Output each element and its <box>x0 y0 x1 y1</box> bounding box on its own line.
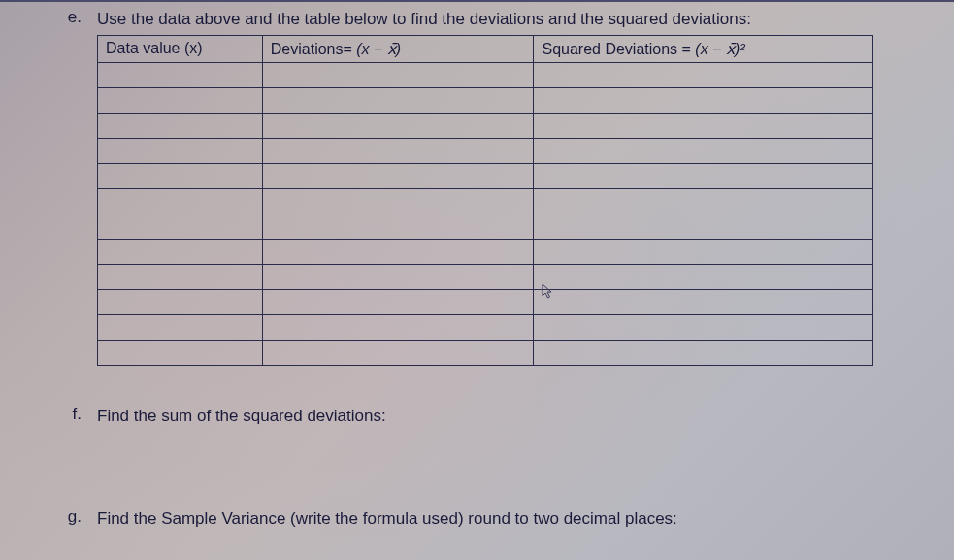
table-row <box>98 340 873 365</box>
cell-sqdev[interactable] <box>534 239 873 264</box>
question-e-label: e. <box>58 8 97 27</box>
table-row <box>98 264 873 289</box>
cell-data[interactable] <box>98 188 263 214</box>
cell-sqdev[interactable] <box>534 163 873 188</box>
cell-dev[interactable] <box>262 138 534 163</box>
question-f-row: f. Find the sum of the squared deviation… <box>58 405 896 428</box>
question-g-label: g. <box>58 508 97 527</box>
cell-sqdev[interactable] <box>534 340 873 365</box>
table-row <box>98 138 873 163</box>
cell-data[interactable] <box>98 289 263 314</box>
table-row <box>98 62 873 87</box>
table-row <box>98 163 873 188</box>
cell-dev[interactable] <box>262 62 534 87</box>
cell-dev[interactable] <box>262 340 534 365</box>
table-row <box>98 188 873 214</box>
cell-sqdev[interactable] <box>534 264 873 289</box>
question-f-label: f. <box>58 405 97 424</box>
question-g-text: Find the Sample Variance (write the form… <box>97 508 677 531</box>
question-g-row: g. Find the Sample Variance (write the f… <box>58 508 896 531</box>
cell-data[interactable] <box>98 87 263 113</box>
cell-sqdev[interactable] <box>534 289 873 314</box>
squared-formula: (x − x̄)² <box>695 41 744 57</box>
table-row <box>98 87 873 113</box>
cell-sqdev[interactable] <box>534 87 873 113</box>
cell-dev[interactable] <box>262 239 534 264</box>
cell-sqdev[interactable] <box>534 62 873 87</box>
deviations-table: Data value (x) Deviations= (x − x̄) Squa… <box>97 35 873 366</box>
cell-data[interactable] <box>98 314 263 340</box>
cell-sqdev[interactable] <box>534 188 873 214</box>
cell-data[interactable] <box>98 239 263 264</box>
cell-dev[interactable] <box>262 289 534 314</box>
cell-data[interactable] <box>98 62 263 87</box>
cell-data[interactable] <box>98 163 263 188</box>
table-row <box>98 214 873 239</box>
cell-data[interactable] <box>98 138 263 163</box>
table-row <box>98 113 873 138</box>
cell-sqdev[interactable] <box>534 214 873 239</box>
cell-sqdev[interactable] <box>534 138 873 163</box>
question-e-text: Use the data above and the table below t… <box>97 8 751 31</box>
cell-dev[interactable] <box>262 188 534 214</box>
header-data-value: Data value (x) <box>98 35 263 62</box>
cell-data[interactable] <box>98 113 263 138</box>
cell-dev[interactable] <box>262 264 534 289</box>
table-header-row: Data value (x) Deviations= (x − x̄) Squa… <box>98 35 873 62</box>
header-deviations: Deviations= (x − x̄) <box>262 35 534 62</box>
cell-data[interactable] <box>98 340 263 365</box>
cell-sqdev[interactable] <box>534 314 873 340</box>
deviations-table-wrapper: Data value (x) Deviations= (x − x̄) Squa… <box>97 35 896 366</box>
cell-dev[interactable] <box>262 113 534 138</box>
table-row <box>98 289 873 314</box>
cell-dev[interactable] <box>262 214 534 239</box>
page-top-border <box>0 0 954 2</box>
deviations-formula: (x − x̄) <box>356 41 401 57</box>
table-row <box>98 314 873 340</box>
cell-dev[interactable] <box>262 87 534 113</box>
table-row <box>98 239 873 264</box>
squared-prefix: Squared Deviations = <box>542 41 695 57</box>
deviations-prefix: Deviations= <box>271 41 357 57</box>
cell-sqdev[interactable] <box>534 113 873 138</box>
cell-data[interactable] <box>98 214 263 239</box>
table-body <box>98 62 873 365</box>
question-e-row: e. Use the data above and the table belo… <box>58 8 896 31</box>
question-f-text: Find the sum of the squared deviations: <box>97 405 386 428</box>
header-squared-deviations: Squared Deviations = (x − x̄)² <box>534 35 873 62</box>
spacer <box>58 432 896 508</box>
cell-dev[interactable] <box>262 163 534 188</box>
cell-data[interactable] <box>98 264 263 289</box>
cell-dev[interactable] <box>262 314 534 340</box>
